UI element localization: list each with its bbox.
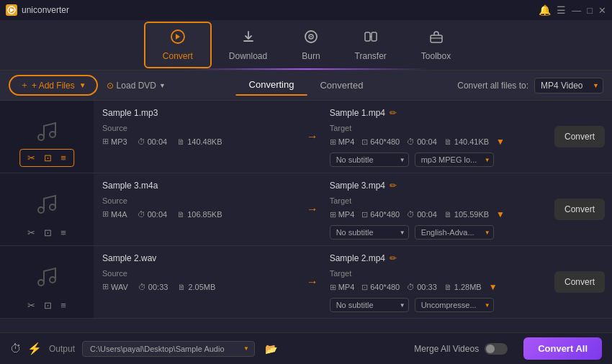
- source-label: Source: [102, 269, 295, 278]
- convert-all-group: Convert all files to: MP4 Video AVI Vide…: [457, 78, 603, 94]
- convert-button[interactable]: Convert: [554, 271, 605, 293]
- quality-dropdown-button[interactable]: ▼: [496, 137, 505, 147]
- folder-icon[interactable]: 📂: [265, 343, 277, 355]
- output-label: Output: [49, 344, 75, 354]
- clock-icon: ⏱: [407, 137, 415, 146]
- svg-point-12: [38, 207, 44, 213]
- format-icon: ⊞: [102, 282, 109, 291]
- subtitle-select[interactable]: No subtitle Add subtitle: [330, 225, 409, 240]
- cut-button[interactable]: ✂: [24, 299, 38, 312]
- cut-button[interactable]: ✂: [24, 226, 38, 240]
- target-meta: ⊞ MP4 ⊡ 640*480 ⏱ 00:33 🗎 1.28MB: [330, 282, 541, 292]
- right-arrow-icon: →: [307, 203, 318, 216]
- crop-button[interactable]: ⊡: [41, 226, 55, 240]
- tab-converting[interactable]: Converting: [236, 75, 307, 96]
- icon-close[interactable]: ✕: [598, 5, 606, 16]
- nav-item-convert[interactable]: Convert: [144, 22, 212, 68]
- edit-name-icon[interactable]: ✏: [390, 181, 397, 191]
- edit-name-icon[interactable]: ✏: [390, 253, 397, 263]
- clock-icon: ⏱: [138, 210, 145, 219]
- toolbox-icon: [428, 29, 444, 48]
- audio-track-select[interactable]: English-Adva... AAC: [415, 225, 494, 240]
- target-name-row: Sample 1.mp4 ✏: [330, 108, 541, 118]
- audio-select-wrap: Uncompresse... AAC: [415, 298, 494, 312]
- icon-minimize[interactable]: —: [572, 5, 581, 16]
- audio-track-select[interactable]: Uncompresse... AAC: [415, 298, 494, 312]
- target-label: Target: [330, 124, 541, 132]
- target-meta: ⊞ MP4 ⊡ 640*480 ⏱ 00:04 🗎 105.59KB: [330, 209, 541, 219]
- settings-button[interactable]: ≡: [58, 151, 69, 165]
- tab-converted[interactable]: Converted: [307, 75, 376, 96]
- source-filename: Sample 3.m4a: [102, 181, 295, 191]
- source-meta: ⊞ M4A ⏱ 00:04 🗎 106.85KB: [102, 209, 295, 219]
- nav-item-transfer[interactable]: Transfer: [338, 23, 404, 67]
- title-bar: uniconverter 🔔 ☰ — □ ✕: [0, 0, 612, 20]
- settings-button[interactable]: ≡: [58, 226, 69, 240]
- svg-marker-1: [10, 8, 14, 12]
- nav-item-download[interactable]: Download: [212, 23, 284, 67]
- target-resolution: ⊡ 640*480: [361, 137, 400, 147]
- crop-button[interactable]: ⊡: [41, 151, 55, 165]
- speed-icon[interactable]: ⚡: [27, 342, 42, 355]
- toolbar: ＋ + Add Files ▼ ⊙ Load DVD ▼ Converting …: [0, 70, 612, 101]
- quality-dropdown-button[interactable]: ▼: [489, 282, 498, 292]
- app-title-group: uniconverter: [6, 4, 69, 16]
- icon-maximize[interactable]: □: [587, 5, 593, 16]
- icon-menu[interactable]: ☰: [557, 4, 566, 16]
- output-path-input[interactable]: [82, 341, 255, 357]
- file-target-info: Sample 2.mp4 ✏ Target ⊞ MP4 ⊡ 640*480 ⏱: [324, 246, 547, 318]
- convert-button[interactable]: Convert: [554, 126, 605, 147]
- nav-item-burn[interactable]: Burn: [284, 23, 337, 67]
- subtitle-select[interactable]: No subtitle Add subtitle: [330, 153, 409, 167]
- add-files-dropdown-arrow: ▼: [79, 81, 86, 89]
- icon-notification[interactable]: 🔔: [539, 4, 551, 16]
- target-filename: Sample 1.mp4: [330, 108, 385, 118]
- file-action-bar: ✂ ⊡ ≡: [19, 149, 74, 167]
- music-note-icon: [34, 117, 60, 148]
- convert-all-button[interactable]: Convert All: [523, 337, 602, 360]
- quality-dropdown-button[interactable]: ▼: [496, 209, 505, 219]
- format-icon: ⊞: [330, 210, 336, 219]
- nav-item-toolbox[interactable]: Toolbox: [404, 23, 468, 67]
- window-controls[interactable]: 🔔 ☰ — □ ✕: [539, 4, 606, 16]
- nav-bar: Convert Download Burn Tran: [0, 20, 612, 70]
- subtitle-select[interactable]: No subtitle Add subtitle: [330, 298, 409, 312]
- source-duration: ⏱ 00:33: [138, 283, 168, 291]
- svg-point-10: [38, 135, 44, 140]
- crop-button[interactable]: ⊡: [41, 299, 55, 312]
- format-icon: ⊞: [330, 283, 336, 292]
- source-label: Source: [102, 196, 295, 205]
- target-resolution: ⊡ 640*480: [361, 210, 400, 219]
- add-files-button[interactable]: ＋ + Add Files ▼: [9, 75, 98, 96]
- right-arrow-icon: →: [307, 130, 318, 143]
- file-thumbnail: ✂ ⊡ ≡: [0, 173, 94, 245]
- dvd-icon: ⊙: [107, 81, 114, 91]
- target-filename: Sample 3.mp4: [330, 181, 385, 191]
- nav-label-toolbox: Toolbox: [421, 51, 451, 61]
- format-select-wrap: MP4 Video AVI Video MOV Video MP3 Audio: [534, 78, 603, 94]
- load-dvd-label: Load DVD: [117, 81, 156, 91]
- target-label: Target: [330, 269, 541, 278]
- convert-button-col: Convert: [547, 246, 612, 318]
- merge-toggle[interactable]: [485, 343, 508, 355]
- source-filename: Sample 2.wav: [102, 253, 295, 263]
- format-select[interactable]: MP4 Video AVI Video MOV Video MP3 Audio: [534, 78, 603, 94]
- right-arrow-icon: →: [307, 276, 318, 288]
- target-meta: ⊞ MP4 ⊡ 640*480 ⏱ 00:04 🗎 140.41KB: [330, 137, 541, 147]
- edit-name-icon[interactable]: ✏: [390, 108, 397, 118]
- convert-icon: [170, 29, 186, 48]
- source-meta: ⊞ MP3 ⏱ 00:04 🗎 140.48KB: [102, 137, 295, 146]
- file-list: ✂ ⊡ ≡ Sample 1.mp3 Source ⊞ MP3 ⏱ 00:04: [0, 101, 612, 332]
- nav-label-convert: Convert: [163, 51, 193, 61]
- source-format: ⊞ MP3: [102, 137, 127, 146]
- history-icon[interactable]: ⏱: [10, 342, 22, 355]
- target-duration: ⏱ 00:04: [407, 137, 437, 146]
- target-label: Target: [330, 196, 541, 205]
- cut-button[interactable]: ✂: [24, 151, 38, 165]
- settings-button[interactable]: ≡: [58, 299, 69, 312]
- audio-track-select[interactable]: mp3 MPEG lo... AAC No audio: [415, 153, 494, 167]
- convert-button[interactable]: Convert: [554, 199, 605, 220]
- file-thumbnail: ✂ ⊡ ≡: [0, 101, 94, 173]
- load-dvd-button[interactable]: ⊙ Load DVD ▼: [107, 81, 166, 91]
- audio-select-wrap: English-Adva... AAC: [415, 225, 494, 240]
